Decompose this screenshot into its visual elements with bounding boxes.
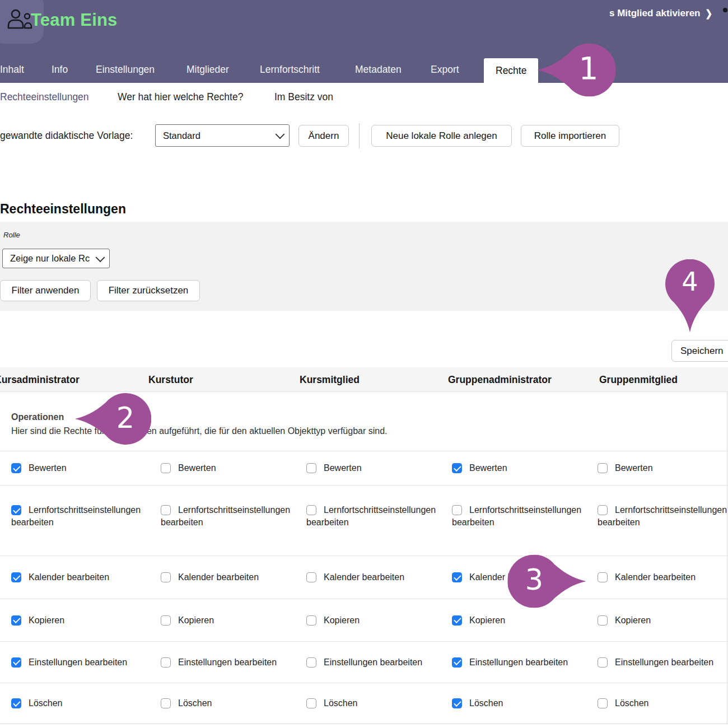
permission-checkbox[interactable] — [452, 505, 462, 515]
permission-cell: Kalender bearbeiten — [306, 571, 446, 584]
permission-checkbox[interactable] — [306, 463, 316, 473]
annotation-marker-1: 1 — [536, 43, 615, 96]
permission-checkbox[interactable] — [452, 615, 462, 626]
table-row: KopierenKopierenKopierenKopierenKopieren — [0, 599, 728, 642]
permission-cell: Bewerten — [11, 462, 151, 474]
tab-info[interactable]: Info — [52, 56, 68, 83]
permission-checkbox[interactable] — [598, 698, 608, 708]
permission-checkbox[interactable] — [598, 572, 608, 582]
permission-checkbox[interactable] — [452, 572, 462, 582]
tab-export[interactable]: Export — [431, 56, 459, 83]
subtab-wer-hat-rechte[interactable]: Wer hat hier welche Rechte? — [118, 83, 243, 109]
permission-cell: Einstellungen bearbeiten — [161, 656, 301, 669]
permission-label: Löschen — [469, 698, 503, 708]
didactic-template-select-value: Standard — [163, 125, 200, 146]
permission-label: Löschen — [29, 698, 63, 708]
permission-checkbox[interactable] — [161, 505, 171, 515]
permission-cell: Lernfortschrittseinstellungen bearbeiten — [452, 504, 592, 529]
permission-checkbox[interactable] — [598, 615, 608, 626]
permission-checkbox[interactable] — [161, 698, 171, 708]
new-local-role-button[interactable]: Neue lokale Rolle anlegen — [371, 125, 512, 147]
permission-label: Kopieren — [469, 615, 505, 625]
permission-label: Kopieren — [324, 615, 360, 625]
permission-label: Löschen — [615, 698, 649, 708]
permission-checkbox[interactable] — [11, 463, 21, 473]
permission-checkbox[interactable] — [452, 463, 462, 473]
permission-label: Kopieren — [178, 615, 214, 625]
permission-label: Kopieren — [615, 615, 651, 625]
permission-label: Kopieren — [29, 615, 64, 625]
subtab-rechteeinstellungen[interactable]: Rechteeinstellungen — [0, 83, 89, 109]
column-header-role: Kurstutor — [148, 367, 193, 392]
permission-cell: Löschen — [598, 697, 728, 710]
permission-label: Einstellungen bearbeiten — [324, 657, 422, 667]
column-header-role: Gruppenadministrator — [448, 367, 552, 392]
permission-cell: Löschen — [161, 697, 301, 710]
permission-checkbox[interactable] — [161, 572, 171, 582]
ellipsis-dot-icon[interactable] — [723, 8, 727, 12]
permission-label: Bewerten — [469, 463, 507, 473]
permission-checkbox[interactable] — [11, 572, 21, 582]
permission-cell: Kopieren — [452, 614, 592, 627]
permission-checkbox[interactable] — [306, 572, 316, 582]
nav-action-label: s Mitglied aktivieren — [609, 8, 701, 18]
annotation-number: 1 — [579, 53, 599, 84]
permission-cell: Kalender bearbeiten — [11, 571, 151, 584]
permission-checkbox[interactable] — [598, 505, 608, 515]
tab-lernfortschritt[interactable]: Lernfortschritt — [260, 56, 320, 83]
permission-checkbox[interactable] — [306, 505, 316, 515]
permission-cell: Kopieren — [161, 614, 301, 627]
tab-einstellungen[interactable]: Einstellungen — [96, 56, 155, 83]
change-button[interactable]: Ändern — [298, 125, 349, 147]
table-row: LöschenLöschenLöschenLöschenLöschen — [0, 683, 728, 724]
tab-metadaten[interactable]: Metadaten — [355, 56, 402, 83]
permission-checkbox[interactable] — [11, 505, 21, 515]
permission-checkbox[interactable] — [306, 698, 316, 708]
permission-cell: Lernfortschrittseinstellungen bearbeiten — [11, 504, 151, 529]
tab-mitglieder[interactable]: Mitglieder — [186, 56, 229, 83]
permission-label: Lernfortschrittseinstellungen bearbeiten — [452, 505, 581, 527]
role-filter-select-value: Zeige nur lokale Rc — [10, 249, 90, 268]
permission-checkbox[interactable] — [452, 698, 462, 708]
permission-checkbox[interactable] — [452, 657, 462, 668]
save-button[interactable]: Speichern — [671, 340, 728, 362]
permission-checkbox[interactable] — [161, 463, 171, 473]
permission-checkbox[interactable] — [11, 657, 21, 668]
permission-checkbox[interactable] — [598, 657, 608, 668]
permission-cell: Einstellungen bearbeiten — [452, 656, 592, 669]
import-role-button[interactable]: Rolle importieren — [521, 125, 619, 147]
permission-cell: Kopieren — [11, 614, 151, 627]
main-tabs: InhaltInfoEinstellungenMitgliederLernfor… — [0, 56, 728, 83]
chevron-down-icon — [96, 253, 105, 262]
permission-label: Lernfortschrittseinstellungen bearbeiten — [11, 505, 141, 527]
role-filter-select[interactable]: Zeige nur lokale Rc — [2, 249, 110, 268]
permission-checkbox[interactable] — [598, 463, 608, 473]
filter-apply-button[interactable]: Filter anwenden — [0, 280, 91, 301]
section-heading: Rechteeinstellungen — [0, 202, 126, 217]
permission-checkbox[interactable] — [11, 615, 21, 626]
subtab-im-besitz-von[interactable]: Im Besitz von — [274, 83, 333, 109]
chevron-right-icon: ❯ — [706, 0, 713, 29]
permission-checkbox[interactable] — [161, 615, 171, 626]
tab-inhalt[interactable]: Inhalt — [0, 56, 24, 83]
permission-cell: Kopieren — [306, 614, 446, 627]
table-row: Einstellungen bearbeitenEinstellungen be… — [0, 642, 728, 683]
column-header-role: Kursadministrator — [0, 367, 80, 392]
permission-cell: Löschen — [452, 697, 592, 710]
filter-reset-button[interactable]: Filter zurücksetzen — [97, 280, 200, 301]
activate-as-member-action[interactable]: s Mitglied aktivieren❯ — [609, 0, 712, 27]
permission-cell: Bewerten — [306, 462, 446, 474]
permission-checkbox[interactable] — [306, 615, 316, 626]
permission-label: Einstellungen bearbeiten — [615, 657, 713, 667]
permission-checkbox[interactable] — [11, 698, 21, 708]
tab-rechte[interactable]: Rechte — [484, 58, 538, 83]
annotation-marker-3: 3 — [508, 554, 586, 608]
role-header-row: KursadministratorKurstutorKursmitgliedGr… — [0, 367, 728, 392]
didactic-template-select[interactable]: Standard — [155, 124, 290, 147]
permission-checkbox[interactable] — [306, 657, 316, 668]
permission-checkbox[interactable] — [161, 657, 171, 668]
column-header-role: Gruppenmitglied — [599, 367, 678, 392]
permission-label: Einstellungen bearbeiten — [29, 657, 127, 667]
annotation-marker-4: 4 — [665, 259, 715, 333]
permission-label: Kalender bearbeiten — [178, 572, 259, 582]
